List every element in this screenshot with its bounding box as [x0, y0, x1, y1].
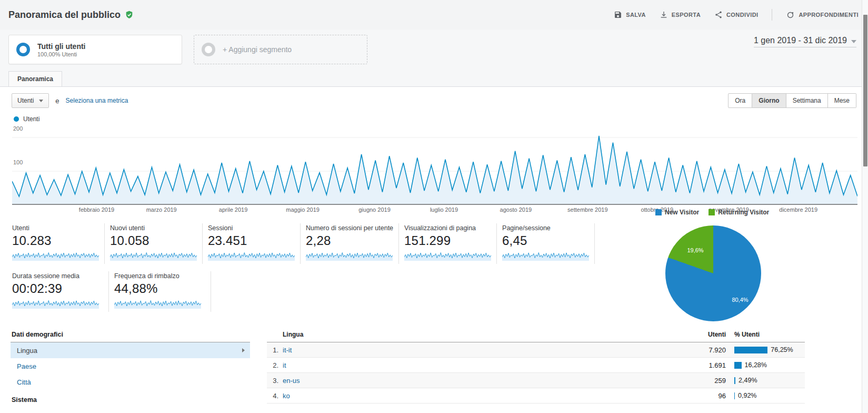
table-row: 1. it-it 7.920 76,25%	[267, 342, 805, 358]
insights-icon	[786, 11, 795, 19]
pct-text: 16,28%	[745, 361, 767, 369]
summary-metrics: Utenti 10.283 Nuovi utenti 10.058 Sessio…	[12, 223, 594, 312]
metric-label: Utenti	[12, 224, 99, 232]
legend-item: New Visitor	[655, 209, 699, 216]
metric-dropdown-value: Utenti	[17, 97, 34, 104]
pct-bar	[734, 347, 767, 353]
demographics-header: Dati demografici	[11, 328, 250, 342]
demographics-panel: Dati demografici Lingua Paese Città Sist…	[11, 328, 250, 404]
chevron-right-icon	[242, 348, 245, 352]
pct-bar	[734, 392, 735, 399]
metric-sparkline	[208, 250, 295, 261]
share-button[interactable]: CONDIVIDI	[714, 11, 758, 19]
conjunction-text: e	[55, 97, 59, 105]
save-button[interactable]: SALVA	[614, 11, 646, 19]
metric-sparkline	[114, 298, 201, 309]
metric-sparkline	[502, 250, 589, 261]
x-axis-month-label: giugno 2019	[358, 206, 391, 213]
metric-label: Visualizzazioni di pagina	[404, 224, 491, 232]
sidebar-item-paese[interactable]: Paese	[11, 358, 250, 374]
x-axis-month-label: settembre 2019	[567, 206, 607, 213]
insights-button-label: APPROFONDIMENTI	[799, 12, 859, 18]
row-users: 7.920	[679, 346, 726, 354]
vertical-scrollbar-thumb[interactable]	[863, 15, 867, 166]
language-link[interactable]: ko	[283, 392, 290, 400]
row-pct-cell: 0,92%	[726, 392, 805, 399]
metrics-row-1: Utenti 10.283 Nuovi utenti 10.058 Sessio…	[12, 223, 594, 264]
export-button[interactable]: ESPORTA	[660, 11, 701, 19]
x-axis-month-label: luglio 2019	[430, 206, 458, 213]
granularity-mese-button[interactable]: Mese	[828, 93, 856, 108]
top-region: Panoramica del pubblico SALVA ESPORTA	[0, 0, 868, 86]
row-language: en-us	[283, 377, 679, 385]
tab-panoramica[interactable]: Panoramica	[8, 71, 62, 87]
sistema-section-header: Sistema	[11, 390, 250, 404]
language-table-body: 1. it-it 7.920 76,25% 2. it 1.691 16,28%…	[267, 342, 805, 404]
share-icon	[714, 11, 723, 19]
column-header-utenti: Utenti	[679, 331, 726, 338]
row-pct-cell: 2,49%	[726, 377, 805, 384]
series-legend-label: Utenti	[23, 115, 39, 123]
granularity-settimana-button[interactable]: Settimana	[786, 93, 828, 108]
series-legend: Utenti	[0, 112, 868, 124]
metric-card: Nuovi utenti 10.058	[110, 223, 203, 264]
segments-row: Tutti gli utenti 100,00% Utenti + Aggiun…	[0, 30, 868, 71]
pct-bar	[734, 377, 735, 384]
metric-selectors: Utenti e Seleziona una metrica	[12, 93, 128, 108]
metric-value: 44,88%	[114, 281, 205, 296]
insights-button[interactable]: APPROFONDIMENTI	[786, 11, 859, 19]
metric-card: Pagine/sessione 6,45	[502, 223, 595, 264]
legend-swatch-icon	[709, 209, 715, 215]
sidebar-item-lingua[interactable]: Lingua	[11, 342, 250, 358]
area-chart-svg	[12, 131, 857, 205]
pct-text: 0,92%	[738, 392, 756, 399]
metric-card: Durata sessione media 00:02:39	[12, 271, 109, 312]
metric-value: 00:02:39	[12, 281, 103, 296]
metric-value: 10.058	[110, 233, 197, 248]
metric-label: Durata sessione media	[12, 272, 103, 280]
metric-card: Utenti 10.283	[12, 223, 105, 264]
metric-card: Sessioni 23.451	[208, 223, 301, 264]
column-header-pct-utenti: % Utenti	[726, 331, 805, 338]
date-range-picker[interactable]: 1 gen 2019 - 31 dic 2019	[754, 36, 856, 47]
language-link[interactable]: en-us	[283, 377, 300, 385]
legend-item: Returning Visitor	[709, 209, 769, 216]
pie-label-returning: 19,6%	[687, 247, 703, 253]
granularity-ora-button[interactable]: Ora	[728, 93, 752, 108]
granularity-giorno-button[interactable]: Giorno	[752, 93, 786, 108]
row-pct-cell: 76,25%	[726, 346, 805, 353]
header-actions: SALVA ESPORTA CONDIVIDI	[614, 9, 859, 21]
pct-text: 2,49%	[739, 377, 757, 384]
table-row: 3. en-us 259 2,49%	[267, 373, 805, 388]
segment-all-users[interactable]: Tutti gli utenti 100,00% Utenti	[8, 35, 182, 64]
vertical-scrollbar-track[interactable]	[862, 0, 868, 413]
export-button-label: ESPORTA	[672, 12, 701, 18]
segment-all-users-text: Tutti gli utenti 100,00% Utenti	[37, 42, 86, 57]
header-actions-divider	[772, 9, 772, 21]
add-segment-button[interactable]: + Aggiungi segmento	[194, 35, 367, 64]
x-axis-month-label: febbraio 2019	[79, 206, 114, 213]
segment-subtitle: 100,00% Utenti	[37, 51, 86, 57]
column-header-lingua: Lingua	[267, 331, 679, 338]
metric-label: Frequenza di rimbalzo	[114, 272, 205, 280]
metric-label: Nuovi utenti	[110, 224, 197, 232]
save-button-label: SALVA	[626, 12, 646, 18]
metric-card: Frequenza di rimbalzo 44,88%	[114, 271, 211, 312]
chevron-down-icon	[851, 40, 856, 43]
language-link[interactable]: it	[283, 361, 286, 369]
granularity-toggle: Ora Giorno Settimana Mese	[728, 93, 856, 108]
select-metric-link[interactable]: Seleziona una metrica	[66, 97, 128, 104]
segment-ring-icon	[16, 43, 30, 56]
metric-dropdown[interactable]: Utenti	[12, 93, 49, 108]
metric-value: 6,45	[502, 233, 589, 248]
metric-value: 151.299	[404, 233, 491, 248]
row-users: 1.691	[679, 361, 726, 369]
report-panel: Utenti e Seleziona una metrica Ora Giorn…	[0, 86, 868, 413]
sidebar-item-citta[interactable]: Città	[11, 374, 250, 390]
x-axis-month-label: aprile 2019	[219, 206, 247, 213]
demographics-section: Dati demografici Lingua Paese Città Sist…	[11, 328, 805, 404]
row-users: 96	[679, 392, 726, 400]
page-title-wrap: Panoramica del pubblico	[8, 9, 134, 21]
language-link[interactable]: it-it	[283, 346, 292, 354]
verified-shield-icon	[125, 10, 134, 19]
